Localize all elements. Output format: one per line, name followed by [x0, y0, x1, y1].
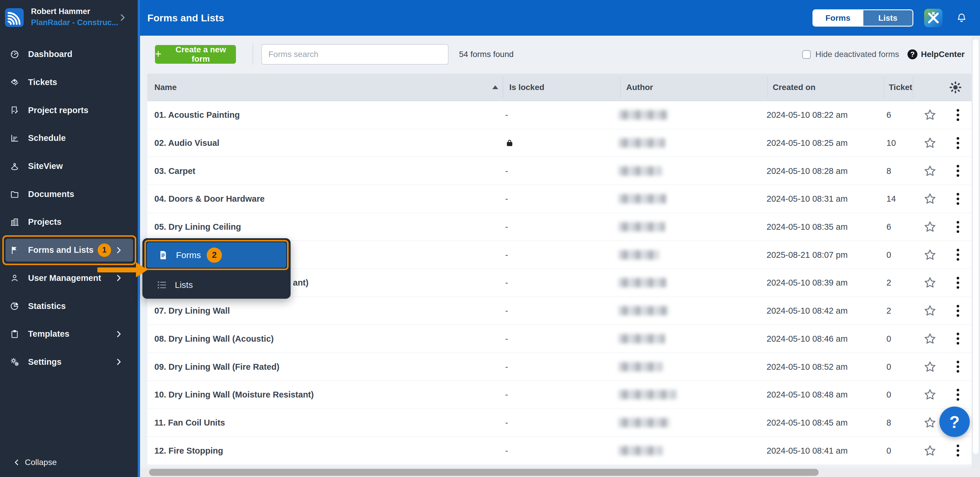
favorite-star-icon[interactable] [923, 192, 937, 205]
column-header-is-locked[interactable]: Is locked [509, 74, 544, 101]
page-title: Forms and Lists [147, 0, 224, 36]
column-header-created-on[interactable]: Created on [773, 74, 815, 101]
table-row[interactable]: 07. Dry Lining Wall - 2024-05-10 08:42 a… [147, 297, 972, 325]
sidebar-item-dashboard[interactable]: Dashboard [0, 40, 138, 68]
favorite-star-icon[interactable] [923, 164, 937, 178]
form-name[interactable]: 11. Fan Coil Units [154, 418, 225, 427]
table-row[interactable]: 11. Fan Coil Units - 2024-05-10 08:45 am… [147, 409, 972, 437]
forms-lists-submenu: Forms 2 Lists [142, 238, 291, 299]
table-row[interactable]: 09. Dry Lining Wall (Fire Rated) - 2024-… [147, 353, 972, 381]
annotation-arrow [97, 262, 148, 277]
helpcenter-link[interactable]: ? HelpCenter [907, 45, 964, 64]
favorite-star-icon[interactable] [923, 388, 937, 401]
documents-icon [10, 189, 19, 199]
form-name[interactable]: 10. Dry Lining Wall (Moisture Resistant) [154, 390, 314, 399]
form-name[interactable]: 07. Dry Lining Wall [154, 306, 230, 316]
author-redacted [619, 446, 662, 455]
row-menu-kebab-icon[interactable] [952, 387, 964, 402]
sidebar-item-project-reports[interactable]: Project reports [0, 96, 138, 124]
submenu-item-forms[interactable]: Forms 2 [147, 242, 286, 268]
favorite-star-icon[interactable] [923, 108, 937, 122]
sidebar-item-projects[interactable]: Projects [0, 208, 138, 236]
table-settings-gear-icon[interactable] [949, 81, 962, 94]
favorite-star-icon[interactable] [923, 304, 937, 317]
row-menu-kebab-icon[interactable] [952, 191, 964, 206]
row-menu-kebab-icon[interactable] [952, 135, 964, 151]
form-name[interactable]: 09. Dry Lining Wall (Fire Rated) [154, 362, 280, 372]
sidebar-item-statistics[interactable]: Statistics [0, 292, 138, 320]
row-menu-kebab-icon[interactable] [952, 247, 964, 262]
toggle-lists-button[interactable]: Lists [862, 10, 912, 26]
created-on-value: 2024-05-10 08:28 am [767, 166, 848, 176]
form-name[interactable]: 01. Acoustic Painting [154, 110, 240, 120]
row-menu-kebab-icon[interactable] [952, 359, 964, 374]
row-menu-kebab-icon[interactable] [952, 164, 964, 178]
favorite-star-icon[interactable] [923, 276, 937, 289]
hide-deactivated-checkbox[interactable] [802, 50, 811, 59]
sidebar-item-settings[interactable]: Settings [0, 348, 138, 376]
form-name[interactable]: 12. Fire Stopping [154, 446, 223, 455]
sidebar-item-siteview[interactable]: SiteView [0, 152, 138, 180]
favorite-star-icon[interactable] [923, 332, 937, 345]
is-locked-value: - [505, 250, 508, 259]
form-name[interactable]: ant) [293, 278, 309, 288]
form-name[interactable]: 03. Carpet [154, 166, 195, 176]
column-header-name[interactable]: Name [154, 74, 177, 101]
favorite-star-icon[interactable] [923, 136, 937, 149]
account-switcher[interactable]: Robert Hammer PlanRadar - Construc... [0, 0, 138, 36]
favorite-star-icon[interactable] [923, 248, 937, 262]
column-header-author[interactable]: Author [626, 74, 653, 101]
table-row[interactable]: 05. Dry Lining Ceiling - 2024-05-10 08:3… [147, 213, 972, 241]
favorite-star-icon[interactable] [923, 360, 937, 374]
create-new-form-button[interactable]: + Create a new form [155, 45, 236, 64]
top-bar: Forms and Lists Forms Lists [140, 0, 980, 36]
sidebar-item-documents[interactable]: Documents [0, 180, 138, 208]
form-name[interactable]: 05. Dry Lining Ceiling [154, 222, 241, 232]
annotation-highlight-ring: Forms 2 [145, 240, 289, 270]
author-redacted [619, 390, 676, 399]
horizontal-scrollbar-track[interactable] [140, 467, 980, 477]
collapse-button[interactable]: Collapse [0, 454, 138, 471]
sort-asc-icon[interactable] [492, 85, 498, 89]
column-header-ticket[interactable]: Ticket [889, 74, 912, 101]
table-row[interactable]: 01. Acoustic Painting - 2024-05-10 08:22… [147, 101, 972, 129]
row-menu-kebab-icon[interactable] [952, 331, 964, 347]
table-row[interactable]: 12. Fire Stopping - 2024-05-10 08:41 am … [147, 437, 972, 465]
form-name[interactable]: 08. Dry Lining Wall (Acoustic) [154, 334, 274, 343]
table-row[interactable]: 02. Audio Visual 2024-05-10 08:25 am 10 [147, 129, 972, 157]
sidebar-scrollbar[interactable] [138, 0, 140, 477]
favorite-star-icon[interactable] [923, 444, 937, 458]
notifications-bell-icon[interactable] [956, 12, 967, 23]
horizontal-scrollbar-thumb[interactable] [149, 469, 819, 476]
ticket-count: 6 [886, 222, 891, 232]
floating-help-button[interactable]: ? [939, 407, 970, 437]
table-row[interactable]: 04. Doors & Door Hardware - 2024-05-10 0… [147, 185, 972, 213]
form-name[interactable]: 02. Audio Visual [154, 138, 219, 148]
row-menu-kebab-icon[interactable] [952, 275, 964, 290]
row-menu-kebab-icon[interactable] [952, 443, 964, 458]
sidebar-item-tickets[interactable]: Tickets [0, 68, 138, 97]
table-row[interactable]: 10. Dry Lining Wall (Moisture Resistant)… [147, 381, 972, 409]
created-on-value: 2024-05-10 08:25 am [767, 138, 848, 148]
row-menu-kebab-icon[interactable] [952, 219, 964, 234]
is-locked-value: - [505, 306, 508, 316]
user-name: Robert Hammer [31, 7, 90, 16]
sidebar-item-templates[interactable]: Templates [0, 320, 138, 348]
favorite-star-icon[interactable] [923, 416, 937, 429]
table-row[interactable]: 03. Carpet - 2024-05-10 08:28 am 8 [147, 157, 972, 185]
forms-search-input[interactable] [261, 44, 449, 65]
toggle-forms-button[interactable]: Forms [813, 10, 862, 26]
row-menu-kebab-icon[interactable] [952, 107, 964, 122]
table-row[interactable]: 08. Dry Lining Wall (Acoustic) - 2024-05… [147, 325, 972, 353]
author-redacted [619, 194, 666, 204]
favorite-star-icon[interactable] [923, 220, 937, 234]
connect-app-icon[interactable] [924, 9, 943, 27]
sidebar-item-schedule[interactable]: Schedule [0, 124, 138, 152]
form-name[interactable]: 04. Doors & Door Hardware [154, 194, 264, 204]
submenu-item-lists[interactable]: Lists [146, 274, 286, 296]
vertical-scrollbar-thumb[interactable] [973, 39, 978, 454]
vertical-scrollbar-track[interactable] [972, 36, 980, 467]
sidebar-item-forms-and-lists[interactable]: Forms and Lists 1 [0, 236, 138, 264]
row-menu-kebab-icon[interactable] [952, 303, 964, 318]
planradar-logo-icon [5, 8, 24, 27]
